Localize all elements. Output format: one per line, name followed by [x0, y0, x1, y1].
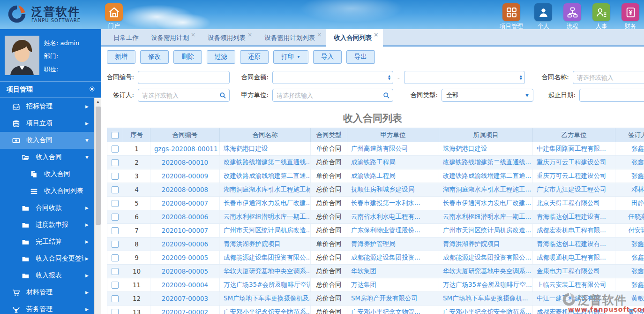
cell-link[interactable]: 广东保利物业管理股份...	[351, 226, 420, 234]
cell-link[interactable]: 成渝铁路工程局	[351, 172, 396, 179]
cell-link[interactable]: 广安邓小平纪念馆安全防范系...	[224, 308, 311, 314]
cell-link[interactable]: 田静	[631, 199, 644, 207]
cell-link[interactable]: 成都宏泰机电工程有限...	[537, 226, 606, 234]
sidebar-item[interactable]: 收入合同列表	[0, 183, 94, 199]
tab[interactable]: 收入合同列表×	[326, 29, 383, 46]
cell-link[interactable]: 广安邓小平纪念馆安全防范系...	[443, 308, 531, 314]
spinner-down-icon[interactable]: ▼	[520, 77, 522, 80]
cell-link[interactable]: 202008-00005	[162, 268, 208, 275]
cell-link[interactable]: 广州高速路有限公司	[351, 145, 408, 152]
cell-link[interactable]: 湖南洞庭湖水库引水工程施工...	[443, 185, 531, 193]
cell-link[interactable]: 202008-00007	[162, 199, 208, 207]
row-checkbox[interactable]	[112, 173, 119, 180]
cell-link[interactable]: 成都暖通机电工程有限...	[537, 253, 606, 261]
sidebar-item[interactable]: 收入合同变更签证▶	[0, 250, 94, 267]
cell-link[interactable]: 成都宏泰机电工程有限...	[537, 308, 606, 314]
cell-link[interactable]: 张鑫	[631, 240, 644, 247]
cell-link[interactable]: 金康电力工程有限公司	[537, 267, 600, 275]
cell-link[interactable]: 改建铁路线增建第二线直通线...	[224, 158, 311, 166]
tab-close-icon[interactable]: ×	[374, 31, 378, 38]
cell-link[interactable]: 长春市伊通河水力发电厂改建...	[443, 199, 531, 207]
cell-link[interactable]: 珠海鹤港口建设	[224, 145, 268, 152]
number-spinner[interactable]: ▲▼	[520, 75, 522, 80]
column-header[interactable]: 合同编号	[150, 128, 220, 142]
tab[interactable]: 设备领用列表×	[200, 29, 257, 46]
app-button[interactable]: 流程	[563, 3, 581, 29]
app-button[interactable]: 人事	[592, 3, 610, 29]
row-checkbox[interactable]	[112, 295, 119, 302]
row-checkbox[interactable]	[112, 186, 119, 193]
contract-name-input[interactable]	[573, 71, 644, 84]
column-header[interactable]: 合同名称	[220, 128, 311, 142]
toolbar-button[interactable]: 导出	[346, 50, 375, 64]
toolbar-button[interactable]: 新增	[107, 50, 135, 64]
cell-link[interactable]: 珠海鹤港口建设	[443, 145, 487, 152]
app-button[interactable]: 财务	[622, 3, 639, 29]
cell-link[interactable]: 中建集团路面工程有限...	[537, 145, 606, 152]
cell-link[interactable]: 华软大厦研究基地中央空调系...	[224, 267, 311, 275]
row-checkbox[interactable]	[112, 254, 119, 261]
contract-no-input[interactable]	[138, 71, 230, 84]
cell-link[interactable]: 广州市天河区统计局机房改造...	[443, 226, 531, 234]
cell-link[interactable]: 青海洪湖养护院项目	[224, 240, 281, 247]
cell-link[interactable]: 202009-00006	[162, 240, 208, 248]
cell-link[interactable]: SM房地产开发有限公司	[351, 294, 418, 302]
date-range-input[interactable]	[579, 89, 644, 102]
cell-link[interactable]: 黄小强	[628, 308, 644, 314]
spinner-down-icon[interactable]: ▼	[388, 77, 390, 80]
cell-link[interactable]: 华软大厦研究基地中央空调系...	[443, 267, 531, 275]
scroll-up-icon[interactable]: ▲	[95, 98, 101, 105]
cell-link[interactable]: 广安邓小平纪念文物管...	[351, 308, 420, 314]
column-header[interactable]: 所属项目	[439, 128, 533, 142]
cell-link[interactable]: 202008-00008	[162, 186, 208, 193]
cell-link[interactable]: 广州市天河区统计局机房改造...	[224, 226, 311, 234]
cell-link[interactable]: 北京天得工程有限公司	[537, 199, 600, 207]
sidebar-item[interactable]: 合同收款▶	[0, 199, 94, 216]
row-checkbox[interactable]	[112, 159, 119, 166]
amount-max-input[interactable]	[404, 71, 525, 84]
row-checkbox[interactable]	[112, 309, 119, 314]
row-checkbox[interactable]	[112, 214, 119, 221]
sidebar-item[interactable]: 进度款申报▶	[0, 216, 94, 233]
row-checkbox[interactable]	[112, 146, 119, 153]
tab-close-icon[interactable]: ×	[247, 31, 252, 38]
cell-link[interactable]: 202010-00007	[162, 227, 208, 234]
contract-type-select[interactable]: 全部 ▼	[442, 89, 533, 102]
cell-link[interactable]: 202009-00005	[162, 254, 208, 261]
cell-link[interactable]: 付安琼	[628, 226, 644, 234]
column-header[interactable]: 甲方单位	[347, 128, 439, 142]
cell-link[interactable]: 云南水利枢纽潜明水库一期工...	[224, 213, 311, 220]
toolbar-button[interactable]: 还原	[240, 50, 269, 64]
column-header[interactable]: 乙方单位	[533, 128, 615, 142]
cell-link[interactable]: 青海洪湖养护院项目	[443, 240, 500, 247]
cell-link[interactable]: 云南水利枢纽潜明水库一期工...	[443, 213, 531, 220]
print-button[interactable]: 打印▼	[273, 50, 308, 64]
sidebar-item[interactable]: 收入报表▶	[0, 267, 94, 284]
toolbar-button[interactable]: 修改	[140, 50, 169, 64]
cell-link[interactable]: SM广场地下车库更换摄像机...	[443, 294, 528, 302]
cell-link[interactable]: 成都能源建设集团投资有限公...	[443, 253, 531, 261]
cell-link[interactable]: 202008-00009	[162, 172, 208, 180]
cell-link[interactable]: 张鑫	[631, 145, 644, 152]
cell-link[interactable]: 改建铁路成渝线增建第二直通...	[443, 172, 531, 179]
cell-link[interactable]: 任晓燕	[628, 213, 644, 220]
column-header[interactable]: 合同类型	[311, 128, 347, 142]
cell-link[interactable]: 张鑫	[631, 158, 644, 166]
row-checkbox[interactable]	[112, 241, 119, 248]
portal-button[interactable]: 门户	[105, 3, 123, 29]
cell-link[interactable]: 广安市九江建设工程公司	[537, 185, 607, 193]
cell-link[interactable]: 成都能源建设集团投资...	[351, 253, 420, 261]
cell-link[interactable]: 张鑫	[631, 253, 644, 261]
cell-link[interactable]: 重庆万可云工程建设公司	[537, 158, 607, 166]
signer-input[interactable]	[138, 89, 230, 102]
sidebar-item[interactable]: 劳务管理▶	[0, 301, 94, 314]
row-checkbox[interactable]	[112, 268, 119, 275]
app-button[interactable]: 个人	[534, 3, 552, 29]
cell-link[interactable]: 上临云安装工程有限公司	[537, 281, 607, 288]
cell-link[interactable]: 改建铁路成渝线增建第二直通...	[224, 172, 311, 179]
sidebar-item[interactable]: 收入合同▼	[0, 132, 94, 149]
cell-link[interactable]: 改建铁路线增建第二线直通线...	[443, 158, 531, 166]
party-a-input[interactable]	[272, 89, 393, 102]
cell-link[interactable]: 张鑫	[631, 267, 644, 275]
toolbar-button[interactable]: 删除	[173, 50, 202, 64]
